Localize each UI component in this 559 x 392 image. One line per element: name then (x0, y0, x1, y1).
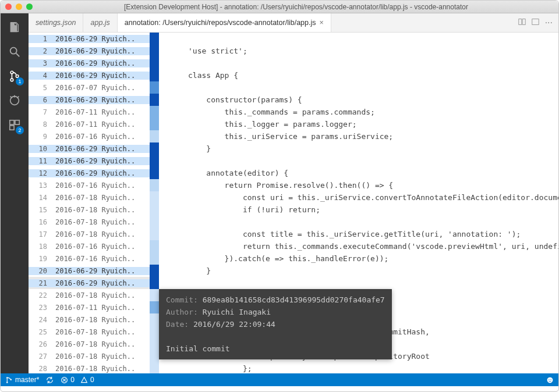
blame-row[interactable]: 232016-07-11 Ryuich.. (29, 301, 159, 313)
zoom-window-button[interactable] (26, 3, 33, 10)
blame-row[interactable]: 272016-07-18 Ryuich.. (29, 350, 159, 362)
blame-row[interactable]: 212016-06-29 Ryuich.. (29, 277, 159, 289)
line-number: 9 (29, 133, 52, 141)
extensions-badge: 2 (16, 126, 24, 134)
line-number: 18 (29, 243, 52, 251)
svg-line-8 (17, 97, 19, 98)
toggle-layout-icon[interactable] (532, 17, 539, 28)
blame-row[interactable]: 242016-07-18 Ryuich.. (29, 313, 159, 326)
extensions-icon[interactable]: 2 (6, 117, 23, 133)
blame-row[interactable]: 172016-07-18 Ryuich.. (29, 228, 159, 240)
errors-count[interactable]: 0 0 (61, 376, 94, 384)
close-window-button[interactable] (5, 3, 12, 10)
line-number: 24 (29, 316, 52, 324)
blame-info: 2016-07-18 Ryuich.. (52, 316, 150, 324)
heat-bar (150, 265, 159, 277)
explorer-icon[interactable] (6, 19, 23, 35)
heat-bar (150, 228, 159, 240)
minimize-window-button[interactable] (16, 3, 22, 10)
blame-info: 2016-06-29 Ryuich.. (52, 169, 150, 177)
blame-row[interactable]: 192016-07-16 Ryuich.. (29, 252, 159, 265)
code-line: 'use strict'; (159, 45, 558, 57)
blame-info: 2016-06-29 Ryuich.. (52, 267, 150, 275)
line-number: 11 (29, 157, 52, 165)
blame-row[interactable]: 72016-07-11 Ryuich.. (29, 106, 159, 118)
source-control-icon[interactable]: 1 (6, 68, 23, 84)
tooltip-message: Initial commit (166, 343, 385, 355)
tooltip-commit: 689ea8b141658cd83d41396995dd0270fa40afe7 (203, 295, 385, 304)
heat-bar (150, 69, 159, 81)
blame-row[interactable]: 102016-06-29 Ryuich.. (29, 142, 159, 155)
blame-info: 2016-07-16 Ryuich.. (52, 243, 150, 251)
blame-row[interactable]: 122016-06-29 Ryuich.. (29, 167, 159, 179)
close-tab-icon[interactable]: × (320, 19, 324, 27)
line-number: 1 (29, 35, 52, 43)
line-number: 8 (29, 120, 52, 129)
blame-row[interactable]: 182016-07-16 Ryuich.. (29, 240, 159, 252)
line-number: 21 (29, 279, 52, 287)
blame-row[interactable]: 12016-06-29 Ryuich.. (29, 33, 159, 45)
code-line: } (159, 142, 558, 155)
blame-row[interactable]: 62016-06-29 Ryuich.. (29, 94, 159, 106)
editor-tabs: settings.json app.js annotation: /Users/… (29, 13, 558, 33)
split-editor-icon[interactable] (518, 17, 526, 28)
heat-bar (150, 155, 159, 167)
heat-bar (150, 191, 159, 204)
git-branch[interactable]: master* (5, 376, 39, 384)
blame-info: 2016-07-18 Ryuich.. (52, 365, 150, 373)
svg-line-7 (10, 97, 12, 98)
blame-info: 2016-06-29 Ryuich.. (52, 157, 150, 165)
blame-info: 2016-07-18 Ryuich.. (52, 328, 150, 336)
blame-row[interactable]: 202016-06-29 Ryuich.. (29, 265, 159, 277)
heat-bar (150, 130, 159, 142)
line-number: 22 (29, 291, 52, 300)
code-line: this._commands = params.commands; (159, 106, 558, 118)
blame-info: 2016-06-29 Ryuich.. (52, 59, 150, 67)
line-number: 5 (29, 84, 52, 92)
tab-settings-json[interactable]: settings.json (29, 13, 83, 32)
heat-bar (150, 277, 159, 289)
blame-row[interactable]: 162016-07-18 Ryuich.. (29, 216, 159, 228)
tooltip-date: 2016/6/29 22:09:44 (193, 320, 275, 329)
tab-annotation[interactable]: annotation: /Users/ryuichi/repos/vscode-… (118, 13, 331, 32)
heat-bar (150, 81, 159, 94)
line-number: 4 (29, 72, 52, 80)
heat-bar (150, 326, 159, 338)
svg-rect-11 (10, 126, 14, 130)
feedback-icon[interactable] (546, 376, 554, 384)
blame-info: 2016-07-16 Ryuich.. (52, 181, 150, 190)
svg-point-2 (10, 71, 13, 74)
blame-row[interactable]: 282016-07-18 Ryuich.. (29, 362, 159, 373)
line-number: 14 (29, 194, 52, 202)
blame-row[interactable]: 52016-07-07 Ryuich.. (29, 81, 159, 94)
blame-info: 2016-07-16 Ryuich.. (52, 133, 150, 141)
blame-row[interactable]: 262016-07-18 Ryuich.. (29, 338, 159, 350)
blame-row[interactable]: 92016-07-16 Ryuich.. (29, 130, 159, 142)
blame-row[interactable]: 132016-07-16 Ryuich.. (29, 179, 159, 191)
blame-row[interactable]: 252016-07-18 Ryuich.. (29, 326, 159, 338)
code-line: return this._commands.executeCommand('vs… (159, 240, 558, 252)
svg-point-0 (10, 48, 17, 54)
code-line (159, 81, 558, 94)
tab-app-js[interactable]: app.js (83, 13, 117, 32)
sync-icon[interactable] (46, 376, 54, 384)
blame-row[interactable]: 82016-07-11 Ryuich.. (29, 118, 159, 130)
code-line (159, 57, 558, 69)
blame-row[interactable]: 152016-07-18 Ryuich.. (29, 204, 159, 216)
line-number: 13 (29, 181, 52, 190)
svg-point-22 (549, 379, 549, 379)
blame-row[interactable]: 22016-06-29 Ryuich.. (29, 45, 159, 57)
heat-bar (150, 216, 159, 228)
debug-icon[interactable] (6, 92, 23, 109)
more-actions-icon[interactable]: ··· (545, 17, 553, 28)
blame-row[interactable]: 142016-07-18 Ryuich.. (29, 191, 159, 204)
blame-info: 2016-07-11 Ryuich.. (52, 304, 150, 312)
search-icon[interactable] (6, 44, 23, 60)
svg-rect-13 (522, 19, 525, 25)
blame-row[interactable]: 32016-06-29 Ryuich.. (29, 57, 159, 69)
blame-info: 2016-07-18 Ryuich.. (52, 340, 150, 348)
blame-row[interactable]: 112016-06-29 Ryuich.. (29, 155, 159, 167)
editor-area[interactable]: 12016-06-29 Ryuich..22016-06-29 Ryuich..… (29, 33, 558, 373)
blame-row[interactable]: 42016-06-29 Ryuich.. (29, 69, 159, 81)
blame-row[interactable]: 222016-07-18 Ryuich.. (29, 289, 159, 301)
